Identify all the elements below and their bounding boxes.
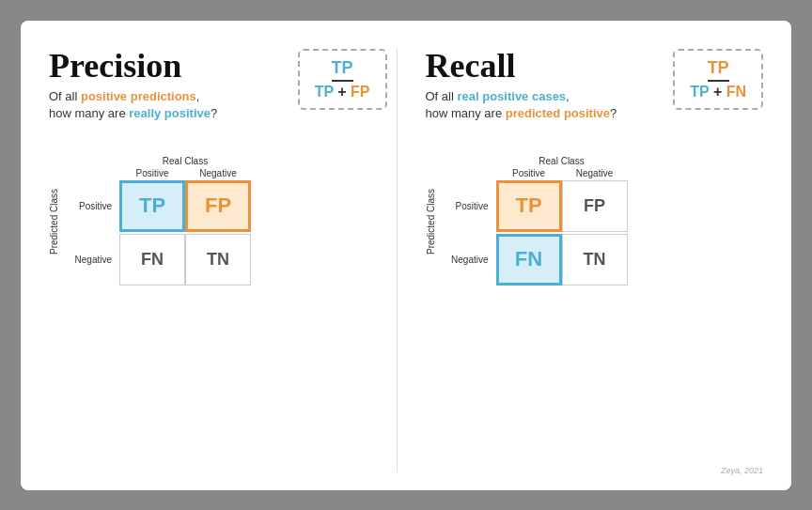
watermark: Zeya, 2021 bbox=[721, 466, 763, 475]
recall-col-positive: Positive bbox=[496, 168, 562, 178]
precision-cell-tn: TN bbox=[185, 234, 251, 286]
precision-cell-tp: TP bbox=[119, 180, 185, 232]
recall-tp-top: TP bbox=[708, 58, 729, 77]
precision-tp-bottom: TP bbox=[315, 84, 334, 100]
precision-highlight1: positive predictions bbox=[81, 89, 196, 103]
recall-formula: TP TP + FN bbox=[673, 49, 763, 110]
recall-section: Recall Of all real positive cases, how m… bbox=[407, 49, 764, 471]
recall-cell-tp: TP bbox=[496, 180, 562, 232]
precision-tp-top: TP bbox=[332, 58, 353, 77]
precision-row-negative-label: Negative bbox=[63, 255, 119, 265]
recall-highlight1: real positive cases bbox=[457, 89, 566, 103]
recall-row-positive: Positive TP FP bbox=[440, 180, 628, 232]
precision-real-class-label: Real Class bbox=[119, 156, 251, 166]
recall-plus: + bbox=[713, 84, 726, 100]
recall-col-headers: Positive Negative bbox=[496, 168, 628, 178]
precision-cell-fp: FP bbox=[185, 180, 251, 232]
recall-matrix-inner: Real Class Positive Negative Positive TP… bbox=[440, 156, 628, 287]
recall-col-negative: Negative bbox=[562, 168, 628, 178]
precision-col-headers: Positive Negative bbox=[119, 168, 251, 178]
precision-matrix-inner: Real Class Positive Negative Positive TP… bbox=[63, 156, 251, 287]
precision-plus: + bbox=[337, 84, 351, 100]
recall-fn-bottom: FN bbox=[726, 84, 746, 100]
precision-formula: TP TP + FP bbox=[298, 49, 387, 110]
recall-highlight2: predicted positive bbox=[506, 106, 610, 120]
recall-matrix-rows: Positive TP FP Negative FN TN bbox=[440, 180, 628, 287]
recall-subtitle: Of all real positive cases, how many are… bbox=[426, 88, 617, 122]
recall-predicted-label: Predicted Class bbox=[426, 189, 436, 255]
recall-cell-fn: FN bbox=[496, 234, 562, 286]
recall-row-negative-label: Negative bbox=[440, 255, 496, 265]
recall-row-positive-label: Positive bbox=[440, 201, 496, 211]
precision-frac-bottom: TP + FP bbox=[315, 84, 370, 100]
precision-top-row: Precision Of all positive predictions, h… bbox=[49, 49, 387, 139]
recall-real-class-label: Real Class bbox=[496, 156, 628, 166]
precision-section: Precision Of all positive predictions, h… bbox=[49, 49, 387, 471]
precision-title-block: Precision Of all positive predictions, h… bbox=[49, 49, 217, 139]
recall-matrix: Predicted Class Real Class Positive Nega… bbox=[426, 156, 628, 287]
precision-frac-top: TP bbox=[332, 58, 353, 82]
precision-title: Precision bbox=[49, 49, 217, 83]
recall-title-block: Recall Of all real positive cases, how m… bbox=[426, 49, 617, 139]
precision-row-negative: Negative FN TN bbox=[63, 234, 251, 286]
precision-cell-fn: FN bbox=[119, 234, 185, 286]
precision-row-positive: Positive TP FP bbox=[63, 180, 251, 232]
precision-matrix: Predicted Class Real Class Positive Nega… bbox=[49, 156, 251, 287]
precision-matrix-rows: Positive TP FP Negative FN TN bbox=[63, 180, 251, 287]
recall-cell-tn: TN bbox=[562, 234, 628, 286]
precision-highlight2: really positive bbox=[129, 106, 211, 120]
precision-row-positive-label: Positive bbox=[63, 201, 119, 211]
section-divider bbox=[397, 49, 398, 471]
precision-col-positive: Positive bbox=[119, 168, 185, 178]
recall-row-negative: Negative FN TN bbox=[440, 234, 628, 286]
precision-subtitle: Of all positive predictions, how many ar… bbox=[49, 88, 217, 122]
recall-frac: TP TP + FN bbox=[690, 58, 746, 100]
recall-title: Recall bbox=[426, 49, 617, 83]
precision-fp-bottom: FP bbox=[351, 84, 369, 100]
recall-frac-bottom: TP + FN bbox=[690, 84, 746, 100]
recall-tp-bottom: TP bbox=[690, 84, 709, 100]
main-card: Precision Of all positive predictions, h… bbox=[21, 21, 791, 490]
precision-predicted-label: Predicted Class bbox=[49, 189, 59, 255]
precision-frac: TP TP + FP bbox=[315, 58, 370, 100]
precision-col-negative: Negative bbox=[185, 168, 251, 178]
recall-frac-top: TP bbox=[708, 58, 729, 82]
recall-top-row: Recall Of all real positive cases, how m… bbox=[426, 49, 764, 139]
recall-cell-fp: FP bbox=[562, 180, 628, 232]
